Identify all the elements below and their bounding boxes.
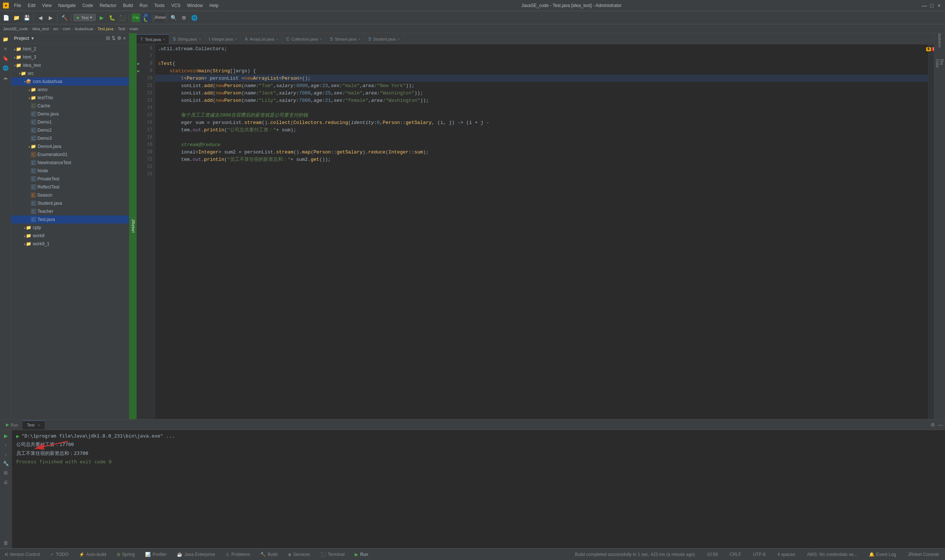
minimize-button[interactable]: —: [921, 3, 927, 8]
run-console[interactable]: ▶"D:\1program file\Java\jdk1.8.0_231\bin…: [12, 430, 945, 548]
close-button[interactable]: ×: [936, 3, 942, 8]
tree-item-testthis[interactable]: ▸ 📁testThis: [11, 94, 129, 102]
menu-help[interactable]: Help: [207, 2, 222, 9]
forward-button[interactable]: ▶: [46, 13, 55, 22]
code-line-17[interactable]: tem.out.println("公司总共要付工资：" + sum);: [155, 126, 928, 134]
menu-build[interactable]: Build: [120, 2, 136, 9]
run-again-button[interactable]: ▶: [2, 432, 10, 440]
breadcrumb-com[interactable]: com: [63, 26, 71, 31]
tree-item-demo3[interactable]: CDemo3: [11, 134, 129, 142]
line-ending[interactable]: CRLF: [727, 549, 744, 560]
project-dropdown-icon[interactable]: ▾: [31, 36, 34, 41]
minimize-bottom-icon[interactable]: —: [937, 421, 943, 428]
aws-status[interactable]: AWS: No credentials se...: [804, 549, 860, 560]
code-line-23[interactable]: [155, 171, 928, 178]
code-line-6[interactable]: .util.stream.Collectors;: [155, 45, 928, 52]
breadcrumb-javase[interactable]: JavaSE_code: [3, 26, 28, 31]
tree-item-reflecttest[interactable]: CReflectTest: [11, 183, 129, 191]
tab-close-test[interactable]: ×: [163, 37, 165, 42]
tab-stringjava[interactable]: S String.java ×: [169, 34, 205, 44]
tree-item-demo1[interactable]: CDemo1: [11, 118, 129, 126]
menu-file[interactable]: File: [11, 2, 24, 9]
jrebel-console-item[interactable]: JRebel Console: [905, 549, 942, 560]
tab-close-collectors[interactable]: ×: [320, 37, 322, 41]
encoding[interactable]: UTF-8: [750, 549, 769, 560]
breadcrumb-ideatest[interactable]: idea_test: [32, 26, 49, 31]
debug-button[interactable]: 🐛: [108, 13, 116, 22]
settings-bottom-icon[interactable]: ⚙: [930, 421, 936, 428]
tab-studentjava[interactable]: S Student.java ×: [365, 34, 404, 44]
structure-tool-icon[interactable]: ≡: [1, 44, 10, 53]
stop-button[interactable]: ⬛: [118, 13, 126, 22]
code-line-9[interactable]: static void main(String[] args) {: [155, 67, 928, 74]
menu-refactor[interactable]: Refactor: [97, 2, 119, 9]
close-panel-icon[interactable]: ×: [123, 35, 126, 41]
tree-item-html_2[interactable]: ▸ 📁html_2: [11, 45, 129, 53]
indent-settings[interactable]: 4 spaces: [774, 549, 798, 560]
code-line-18[interactable]: [155, 134, 928, 141]
tab-close-stream[interactable]: ×: [358, 37, 360, 41]
window-controls[interactable]: — □ ×: [921, 3, 942, 8]
menu-window[interactable]: Window: [184, 2, 206, 9]
build-item[interactable]: 🔨 Build: [258, 551, 280, 558]
code-line-12[interactable]: sonList.add(new Person( name: "Jack", sa…: [155, 89, 928, 97]
run-button[interactable]: ▶: [97, 13, 106, 22]
tab-close-arraylist[interactable]: ×: [276, 37, 278, 41]
web-tool-icon[interactable]: 🌐: [1, 63, 10, 72]
tree-item-season[interactable]: ESeason: [11, 191, 129, 199]
code-content[interactable]: .util.stream.Collectors; s Test { static…: [155, 44, 928, 419]
print-button[interactable]: 🖨: [2, 478, 10, 486]
menu-view[interactable]: View: [39, 2, 55, 9]
aws-tool-icon[interactable]: ☁: [1, 73, 10, 82]
code-editor[interactable]: 67▶8▶91011121314151617181920212223 .util…: [137, 44, 934, 419]
bottom-tab-test[interactable]: Test ×: [23, 420, 45, 429]
spring-item[interactable]: ✿ Spring: [114, 551, 137, 558]
tree-item-student-java[interactable]: CStudent.java: [11, 199, 129, 207]
breadcrumb-src[interactable]: src: [53, 26, 59, 31]
event-log-item[interactable]: 🔔 Event Log: [866, 549, 899, 560]
code-line-22[interactable]: [155, 163, 928, 171]
code-line-10[interactable]: t<Person> personList = new ArrayList<Per…: [155, 74, 928, 82]
collapse-all-icon[interactable]: ⊟: [106, 35, 110, 41]
wrench-button[interactable]: 🔧: [2, 459, 10, 468]
tree-item-src[interactable]: ▾ 📁src: [11, 69, 129, 77]
open-button[interactable]: 📁: [12, 13, 21, 22]
tree-item-demo2[interactable]: CDemo2: [11, 126, 129, 134]
terminal-item[interactable]: ⬛ Terminal: [318, 551, 347, 558]
tree-item-enumeration01[interactable]: CEnumeration01: [11, 151, 129, 158]
clear-console-button[interactable]: 🗑: [2, 538, 10, 547]
run-line-btn-9[interactable]: ▶: [137, 69, 140, 74]
test-tab-close[interactable]: ×: [38, 423, 40, 427]
version-control-item[interactable]: ⑆ Version Control: [3, 551, 42, 558]
menu-bar[interactable]: File Edit View Navigate Code Refactor Bu…: [11, 2, 222, 9]
code-line-20[interactable]: ional<Integer> sum2 = personList.stream(…: [155, 148, 928, 156]
translate-button[interactable]: 🌐: [190, 13, 199, 22]
tree-item-demo4-java[interactable]: ▸ 📁Demo4.java: [11, 142, 129, 151]
menu-tools[interactable]: Tools: [151, 2, 168, 9]
tree-item-idea_test[interactable]: ▾ 📁idea_test: [11, 61, 129, 69]
code-line-14[interactable]: [155, 104, 928, 111]
tab-testjava[interactable]: T Test.java ×: [137, 34, 169, 44]
menu-edit[interactable]: Edit: [25, 2, 39, 9]
search-button[interactable]: 🔍: [169, 13, 178, 22]
menu-run[interactable]: Run: [137, 2, 151, 9]
tab-close-student[interactable]: ×: [398, 37, 400, 41]
tree-item-demo-java[interactable]: CDemo.java: [11, 110, 129, 118]
jrebel-config-button[interactable]: JRebel: [156, 13, 164, 22]
services-item[interactable]: ◈ Services: [286, 551, 312, 558]
run-line-btn-8[interactable]: ▶: [137, 61, 140, 66]
tree-item-privatetest[interactable]: CPrivateTest: [11, 175, 129, 183]
breadcrumb-testjava[interactable]: Test.java: [97, 26, 113, 31]
java-enterprise-item[interactable]: ☕ Java Enterprise: [174, 551, 217, 558]
code-line-7[interactable]: [155, 52, 928, 60]
code-line-15[interactable]: 每个员工工资减去2000住宿费后的薪资就是公司要支付的钱: [155, 111, 928, 119]
code-line-19[interactable]: stream的reduce: [155, 141, 928, 148]
tab-integerjava[interactable]: I Integer.java ×: [205, 34, 241, 44]
profiler-item[interactable]: 📊 Profiler: [143, 551, 169, 558]
settings-button[interactable]: ⚙: [179, 13, 188, 22]
auto-build-item[interactable]: ⚡ Auto-build: [77, 551, 108, 558]
breadcrumb-test[interactable]: Test: [118, 26, 125, 31]
jrebel-run-button[interactable]: JR▶: [131, 13, 140, 22]
run-config-selector[interactable]: ▶ Test ▾: [74, 14, 96, 21]
tab-stream[interactable]: S Stream.java ×: [326, 34, 365, 44]
